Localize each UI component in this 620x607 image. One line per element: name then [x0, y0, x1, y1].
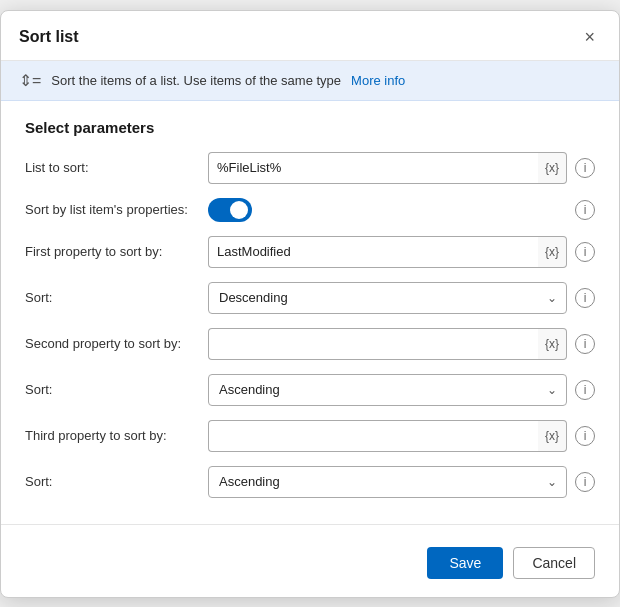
first-property-row: First property to sort by: {x} i	[25, 236, 595, 268]
dialog-body: Select parameters List to sort: {x} i So…	[1, 101, 619, 524]
second-sort-info-icon[interactable]: i	[575, 380, 595, 400]
dialog-title: Sort list	[19, 28, 79, 46]
third-sort-row: Sort: Ascending Descending ⌄ i	[25, 466, 595, 498]
third-sort-label: Sort:	[25, 474, 200, 489]
info-banner: ⇕= Sort the items of a list. Use items o…	[1, 61, 619, 101]
first-sort-info-icon[interactable]: i	[575, 288, 595, 308]
close-button[interactable]: ×	[578, 25, 601, 50]
sort-icon: ⇕=	[19, 71, 41, 90]
first-property-control: {x} i	[208, 236, 595, 268]
third-property-input[interactable]	[208, 420, 542, 452]
sort-by-properties-info-icon[interactable]: i	[575, 200, 595, 220]
banner-text: Sort the items of a list. Use items of t…	[51, 73, 341, 88]
third-sort-control: Ascending Descending ⌄ i	[208, 466, 595, 498]
second-property-input[interactable]	[208, 328, 542, 360]
second-sort-row: Sort: Ascending Descending ⌄ i	[25, 374, 595, 406]
second-property-info-icon[interactable]: i	[575, 334, 595, 354]
third-property-control: {x} i	[208, 420, 595, 452]
third-sort-select[interactable]: Ascending Descending	[208, 466, 567, 498]
third-property-label: Third property to sort by:	[25, 428, 200, 443]
list-to-sort-row: List to sort: {x} i	[25, 152, 595, 184]
first-property-suffix: {x}	[538, 236, 567, 268]
third-sort-info-icon[interactable]: i	[575, 472, 595, 492]
third-property-info-icon[interactable]: i	[575, 426, 595, 446]
first-sort-select[interactable]: Ascending Descending	[208, 282, 567, 314]
second-property-label: Second property to sort by:	[25, 336, 200, 351]
second-property-control: {x} i	[208, 328, 595, 360]
first-sort-select-wrap: Ascending Descending ⌄	[208, 282, 567, 314]
first-property-info-icon[interactable]: i	[575, 242, 595, 262]
toggle-track[interactable]	[208, 198, 252, 222]
list-to-sort-info-icon[interactable]: i	[575, 158, 595, 178]
first-property-input-wrap: {x}	[208, 236, 567, 268]
sort-by-properties-label: Sort by list item's properties:	[25, 202, 200, 217]
toggle-thumb	[230, 201, 248, 219]
dialog-header: Sort list ×	[1, 11, 619, 61]
third-property-suffix: {x}	[538, 420, 567, 452]
first-sort-label: Sort:	[25, 290, 200, 305]
cancel-button[interactable]: Cancel	[513, 547, 595, 579]
sort-by-properties-row: Sort by list item's properties: i	[25, 198, 595, 222]
second-sort-control: Ascending Descending ⌄ i	[208, 374, 595, 406]
second-property-input-wrap: {x}	[208, 328, 567, 360]
list-to-sort-input-wrap: {x}	[208, 152, 567, 184]
sort-by-properties-toggle[interactable]	[208, 198, 252, 222]
third-sort-select-wrap: Ascending Descending ⌄	[208, 466, 567, 498]
second-sort-select-wrap: Ascending Descending ⌄	[208, 374, 567, 406]
first-property-input[interactable]	[208, 236, 542, 268]
first-sort-row: Sort: Ascending Descending ⌄ i	[25, 282, 595, 314]
first-sort-control: Ascending Descending ⌄ i	[208, 282, 595, 314]
second-property-row: Second property to sort by: {x} i	[25, 328, 595, 360]
sort-list-dialog: Sort list × ⇕= Sort the items of a list.…	[0, 10, 620, 598]
second-sort-select[interactable]: Ascending Descending	[208, 374, 567, 406]
second-sort-label: Sort:	[25, 382, 200, 397]
list-to-sort-input[interactable]	[208, 152, 542, 184]
list-to-sort-label: List to sort:	[25, 160, 200, 175]
save-button[interactable]: Save	[427, 547, 503, 579]
third-property-row: Third property to sort by: {x} i	[25, 420, 595, 452]
sort-by-properties-control: i	[208, 198, 595, 222]
dialog-footer: Save Cancel	[1, 535, 619, 597]
footer-divider	[1, 524, 619, 525]
first-property-label: First property to sort by:	[25, 244, 200, 259]
list-to-sort-control: {x} i	[208, 152, 595, 184]
more-info-link[interactable]: More info	[351, 73, 405, 88]
third-property-input-wrap: {x}	[208, 420, 567, 452]
section-title: Select parameters	[25, 119, 595, 136]
list-to-sort-suffix: {x}	[538, 152, 567, 184]
second-property-suffix: {x}	[538, 328, 567, 360]
